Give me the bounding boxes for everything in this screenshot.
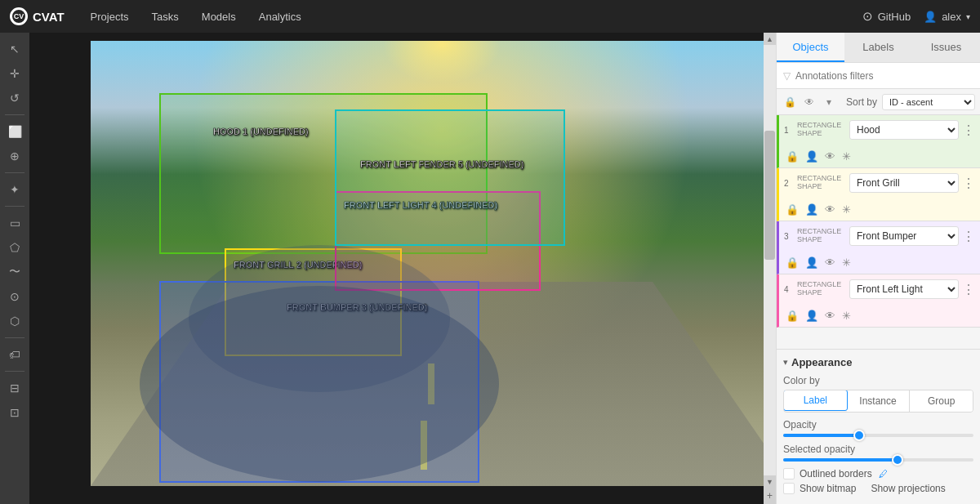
right-panel: Objects Labels Issues ▽ 🔒 👁 ▾ Sort by ID…: [776, 33, 980, 504]
lock-icon-2[interactable]: 🔒: [786, 203, 799, 216]
appearance-panel: ▾ Appearance Color by Label Instance Gro…: [777, 349, 980, 504]
group-tool[interactable]: ⊟: [3, 377, 26, 399]
rotate-tool[interactable]: ↺: [3, 87, 26, 109]
lock-icon-3[interactable]: 🔒: [786, 256, 799, 269]
color-by-label-btn[interactable]: Label: [783, 390, 848, 411]
user-name: alex: [942, 11, 961, 23]
person-icon-3[interactable]: 👤: [805, 256, 818, 269]
object-item-3: 3 RECTANGLE SHAPE Front Bumper ⋮ 🔒 👤 👁 ✳: [777, 221, 980, 274]
scroll-up-button[interactable]: ▲: [764, 33, 776, 45]
color-by-instance-btn[interactable]: Instance: [847, 390, 911, 412]
nav-tasks[interactable]: Tasks: [142, 0, 189, 33]
selected-opacity-thumb[interactable]: [892, 454, 903, 466]
scroll-thumb[interactable]: [764, 131, 775, 260]
nav-projects[interactable]: Projects: [81, 0, 139, 33]
selected-opacity-fill: [783, 458, 898, 462]
object-shape-3: RECTANGLE SHAPE: [797, 228, 846, 244]
color-by-buttons: Label Instance Group: [783, 390, 973, 413]
annotations-filter-input[interactable]: [795, 70, 973, 82]
move-tool[interactable]: ✛: [3, 62, 26, 85]
show-bitmap-checkbox[interactable]: [783, 483, 795, 494]
nav-models[interactable]: Models: [192, 0, 246, 33]
user-menu[interactable]: 👤 alex ▾: [924, 11, 970, 23]
object-class-select-4[interactable]: Front Left Light: [849, 279, 959, 299]
show-bitmap-row: Show bitmap Show projections: [783, 483, 973, 494]
eye-icon-1[interactable]: 👁: [825, 150, 835, 163]
person-icon-4[interactable]: 👤: [805, 310, 818, 322]
sort-icons: 🔒 👁 ▾: [782, 94, 837, 110]
lock-icon-1[interactable]: 🔒: [786, 150, 799, 163]
tab-labels[interactable]: Labels: [844, 33, 912, 62]
object-class-select-2[interactable]: Front Grill: [849, 173, 959, 193]
color-by-group-btn[interactable]: Group: [910, 390, 973, 412]
main-layout: ↖ ✛ ↺ ⬜ ⊕ ✦ ▭ ⬠ 〜 ⊙ ⬡ 🏷 ⊟ ⊡: [0, 33, 980, 504]
eye-icon-3[interactable]: 👁: [825, 256, 835, 269]
object-class-select-1[interactable]: Hood: [849, 120, 959, 140]
lock-icon-4[interactable]: 🔒: [786, 310, 799, 322]
person-icon-1[interactable]: 👤: [805, 150, 818, 163]
github-label: GitHub: [878, 11, 911, 23]
object-item-4: 4 RECTANGLE SHAPE Front Left Light ⋮ 🔒 👤…: [777, 274, 980, 328]
point-tool[interactable]: ⊙: [3, 285, 26, 308]
eye-all-icon[interactable]: 👁: [801, 94, 817, 110]
nav-right: ⊙ GitHub 👤 alex ▾: [862, 9, 970, 24]
opacity-slider[interactable]: [783, 434, 973, 437]
outlined-borders-edit-icon[interactable]: 🖊: [879, 469, 888, 479]
zoom-tool[interactable]: ⊕: [3, 145, 26, 167]
object-menu-btn-2[interactable]: ⋮: [962, 176, 975, 191]
eye-icon-4[interactable]: 👁: [825, 310, 835, 322]
toolbar-divider-2: [5, 172, 24, 173]
object-actions-3: 🔒 👤 👁 ✳: [779, 251, 980, 274]
eye-icon-2[interactable]: 👁: [825, 203, 835, 216]
cuboid-tool[interactable]: ⬡: [3, 310, 26, 332]
sort-select[interactable]: ID - ascent ID - descent Updated - ascen…: [882, 94, 975, 110]
object-header-2: 2 RECTANGLE SHAPE Front Grill ⋮: [779, 168, 980, 198]
star-icon-2[interactable]: ✳: [842, 203, 851, 216]
rectangle-tool[interactable]: ▭: [3, 212, 26, 234]
canvas-area[interactable]: HOOD 1 (UNDEFINED) FRONT GRILL 2 (UNDEFI…: [29, 33, 776, 504]
canvas-vertical-scrollbar[interactable]: ▲ ▼ +: [764, 33, 776, 504]
object-num-2: 2: [784, 179, 794, 188]
tab-issues[interactable]: Issues: [912, 33, 980, 62]
scroll-down-button[interactable]: ▼: [764, 475, 776, 488]
object-menu-btn-4[interactable]: ⋮: [962, 282, 975, 297]
zoom-plus-button[interactable]: +: [764, 488, 776, 504]
tag-tool[interactable]: 🏷: [3, 343, 26, 366]
logo[interactable]: CV CVAT: [10, 7, 65, 25]
object-num-1: 1: [784, 126, 794, 135]
split-tool[interactable]: ⊡: [3, 401, 26, 424]
object-header-1: 1 RECTANGLE SHAPE Hood ⋮: [779, 115, 980, 145]
filter-icon: ▽: [783, 70, 791, 82]
magic-tool[interactable]: ✦: [3, 178, 26, 201]
star-icon-4[interactable]: ✳: [842, 310, 851, 322]
github-link[interactable]: ⊙ GitHub: [862, 9, 911, 24]
object-actions-2: 🔒 👤 👁 ✳: [779, 198, 980, 221]
selected-opacity-slider[interactable]: [783, 458, 973, 462]
show-projections-label: Show projections: [871, 483, 945, 494]
expand-icon[interactable]: ▾: [821, 94, 837, 110]
tab-objects[interactable]: Objects: [777, 33, 844, 62]
star-icon-3[interactable]: ✳: [842, 256, 851, 269]
object-item-2: 2 RECTANGLE SHAPE Front Grill ⋮ 🔒 👤 👁 ✳: [777, 168, 980, 221]
opacity-thumb[interactable]: [853, 430, 865, 441]
object-shape-2: RECTANGLE SHAPE: [797, 175, 846, 191]
opacity-section: Opacity: [783, 419, 973, 437]
fit-tool[interactable]: ⬜: [3, 120, 26, 143]
object-class-select-3[interactable]: Front Bumper: [849, 226, 959, 246]
star-icon-1[interactable]: ✳: [842, 150, 851, 163]
polyline-tool[interactable]: 〜: [3, 261, 26, 283]
object-menu-btn-3[interactable]: ⋮: [962, 229, 975, 244]
outlined-borders-checkbox[interactable]: [783, 468, 795, 479]
nav-analytics[interactable]: Analytics: [249, 0, 311, 33]
canvas-scene: HOOD 1 (UNDEFINED) FRONT GRILL 2 (UNDEFI…: [91, 41, 776, 486]
object-list: 1 RECTANGLE SHAPE Hood ⋮ 🔒 👤 👁 ✳ 2: [777, 115, 980, 349]
person-icon-2[interactable]: 👤: [805, 203, 818, 216]
polygon-tool[interactable]: ⬠: [3, 236, 26, 259]
object-menu-btn-1[interactable]: ⋮: [962, 123, 975, 138]
lock-all-icon[interactable]: 🔒: [782, 94, 798, 110]
appearance-collapse-btn[interactable]: ▾: [783, 357, 788, 368]
toolbar-divider-4: [5, 337, 24, 338]
color-by-label: Color by: [783, 375, 973, 386]
toolbar-divider-1: [5, 114, 24, 115]
cursor-tool[interactable]: ↖: [3, 38, 26, 60]
